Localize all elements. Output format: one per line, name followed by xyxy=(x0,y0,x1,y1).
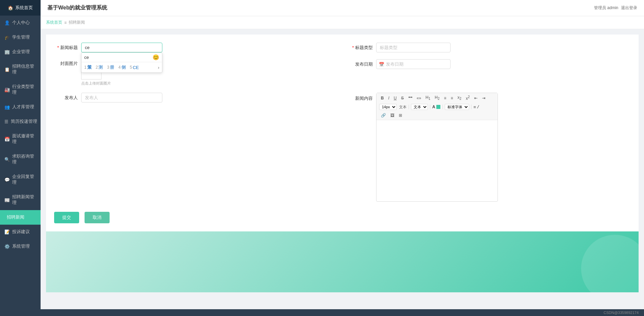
ime-emoji: 😊 xyxy=(153,54,159,61)
sidebar-item-interview[interactable]: 📅面试邀请管理 xyxy=(0,129,41,149)
form-group-news-content: 新闻内容 B I U S ❝❝ «» H1 H2 xyxy=(349,93,630,202)
toolbar-italic[interactable]: I xyxy=(387,95,391,101)
toolbar-ol[interactable]: ≡ xyxy=(442,95,448,101)
sidebar-icon-recruit-info: 📋 xyxy=(4,67,10,72)
form-container: 新闻标题 ce 😊 1 策 xyxy=(46,35,639,231)
sidebar-label-interview: 面试邀请管理 xyxy=(12,133,37,145)
sidebar-item-student[interactable]: 🎓学生管理 xyxy=(0,30,41,45)
sidebar-icon-resume: ☰ xyxy=(4,119,8,124)
sidebar-item-talent[interactable]: 👥人才库管理 xyxy=(0,100,41,114)
toolbar-subscript[interactable]: x2 xyxy=(456,94,463,101)
cover-image-label: 封面图片 xyxy=(54,59,78,67)
toolbar-sep-1 xyxy=(409,105,409,109)
admin-text: 管理员 admin xyxy=(594,5,618,11)
calendar-icon: 📅 xyxy=(379,62,384,67)
toolbar-h1[interactable]: H1 xyxy=(424,94,432,101)
sidebar-icon-interview: 📅 xyxy=(4,137,10,142)
sidebar-icon-student: 🎓 xyxy=(4,35,10,40)
toolbar-row-3: 🔗 🖼 ⊞ xyxy=(379,112,404,118)
sidebar-icon-reply: 💬 xyxy=(4,177,10,182)
sidebar-icon-personal: 👤 xyxy=(4,20,10,25)
toolbar-underline[interactable]: U xyxy=(392,95,398,101)
toolbar-strikethrough[interactable]: S xyxy=(399,95,406,101)
toolbar-link[interactable]: 🔗 xyxy=(379,112,388,118)
toolbar-ul[interactable]: ≡ xyxy=(449,95,455,101)
image-upload-hint: 点击上传封面图片 xyxy=(81,81,111,86)
publish-date-input[interactable] xyxy=(376,59,451,69)
form-group-publish-date: 发布日期 📅 xyxy=(349,59,630,69)
sidebar-item-recruit-info[interactable]: 📋招聘信息管理 xyxy=(0,59,41,80)
cancel-button[interactable]: 取消 xyxy=(85,212,110,223)
text-type-select[interactable]: 文本 xyxy=(411,104,428,110)
sidebar-item-news-active[interactable]: 招聘新闻 xyxy=(0,210,41,225)
form-group-news-title: 新闻标题 ce 😊 1 策 xyxy=(54,43,336,52)
sidebar-item-jobquery[interactable]: 🔍求职咨询管理 xyxy=(0,149,41,170)
sidebar-label-feedback: 投诉建议 xyxy=(12,229,30,235)
ime-candidate-4[interactable]: 4 侧 xyxy=(118,64,126,70)
news-title-input[interactable] xyxy=(81,43,162,52)
content-area: 新闻标题 ce 😊 1 策 xyxy=(41,29,644,309)
toolbar-row-1: B I U S ❝❝ «» H1 H2 ≡ ≡ x2 xyxy=(379,94,487,101)
bottom-decoration xyxy=(46,231,639,292)
breadcrumb-home[interactable]: 系统首页 xyxy=(46,20,62,25)
ime-candidate-3[interactable]: 3 册 xyxy=(107,64,114,70)
sidebar-logo[interactable]: 🏠 系统首页 xyxy=(0,0,41,16)
sidebar-icon-industry: 🏭 xyxy=(4,87,10,92)
news-content-label: 新闻内容 xyxy=(349,93,373,101)
sidebar-item-personal[interactable]: 👤个人中心 xyxy=(0,16,41,30)
sidebar-item-resume[interactable]: ☰简历投递管理 xyxy=(0,114,41,129)
form-group-publisher: 发布人 xyxy=(54,93,336,103)
toolbar-superscript[interactable]: x2 xyxy=(464,94,472,101)
logout-link[interactable]: 退出登录 xyxy=(621,5,637,11)
sidebar-item-sysmanage[interactable]: ⚙️系统管理 xyxy=(0,239,41,254)
sidebar-item-company[interactable]: 🏢企业管理 xyxy=(0,45,41,59)
sidebar-label-jobquery: 求职咨询管理 xyxy=(12,154,37,165)
toolbar-indent-left[interactable]: ⇤ xyxy=(473,95,479,101)
sidebar-item-recruit-news[interactable]: 📰招聘新闻管理 xyxy=(0,190,41,210)
submit-button[interactable]: 提交 xyxy=(54,212,79,223)
sidebar-label-sysmanage: 系统管理 xyxy=(12,244,30,249)
home-icon: 🏠 xyxy=(8,5,13,10)
header-type-input[interactable] xyxy=(376,43,451,52)
toolbar-blockquote[interactable]: ❝❝ xyxy=(407,95,414,101)
editor-body[interactable] xyxy=(376,120,498,201)
ime-wrapper: ce 😊 1 策 2 测 xyxy=(81,43,162,52)
font-size-select[interactable]: 14px 12px 16px 18px 24px xyxy=(379,104,397,110)
publish-date-label: 发布日期 xyxy=(349,61,373,67)
ime-more-button[interactable]: › xyxy=(158,65,159,70)
sidebar-label-talent: 人才库管理 xyxy=(12,104,34,110)
sidebar-item-feedback[interactable]: 📝投诉建议 xyxy=(0,225,41,239)
sidebar-icon-talent: 👥 xyxy=(4,105,10,110)
ime-candidate-2[interactable]: 2 测 xyxy=(96,64,103,70)
font-family-select[interactable]: 标准字体 xyxy=(445,104,469,110)
ime-candidates: 1 策 2 测 3 册 xyxy=(82,62,162,72)
sidebar-label-reply: 企业回复管理 xyxy=(12,174,37,185)
toolbar-bold[interactable]: B xyxy=(379,95,386,101)
sidebar-label-recruit-info: 招聘信息管理 xyxy=(12,64,37,75)
header-title: 基于Web的就业管理系统 xyxy=(47,4,107,12)
sidebar-label-resume: 简历投递管理 xyxy=(11,119,37,125)
footer-text: CSDN@3359892174 xyxy=(603,311,639,315)
publisher-input[interactable] xyxy=(81,93,162,103)
toolbar-image[interactable]: 🖼 xyxy=(389,112,396,118)
sidebar-label-news-active: 招聘新闻 xyxy=(7,215,24,220)
toolbar-code[interactable]: «» xyxy=(415,95,423,101)
rich-text-editor: B I U S ❝❝ «» H1 H2 ≡ ≡ x2 xyxy=(376,93,498,202)
sidebar-item-reply[interactable]: 💬企业回复管理 xyxy=(0,170,41,190)
sidebar-item-industry[interactable]: 🏭行业类型管理 xyxy=(0,80,41,100)
toolbar-indent-right[interactable]: ⇥ xyxy=(480,95,487,101)
font-size-label: 文本 xyxy=(399,105,407,110)
sidebar-label-recruit-news: 招聘新闻管理 xyxy=(12,194,37,206)
date-input-wrapper: 📅 xyxy=(376,59,451,69)
toolbar-table[interactable]: ⊞ xyxy=(397,112,404,118)
ime-candidate-1[interactable]: 1 策 xyxy=(84,64,92,70)
form-row-1: 新闻标题 ce 😊 1 策 xyxy=(54,43,630,52)
toolbar-color-picker[interactable] xyxy=(436,105,440,109)
toolbar-h2[interactable]: H2 xyxy=(433,94,441,101)
ime-candidate-5[interactable]: 5 CE xyxy=(130,65,139,70)
sidebar-icon-recruit-news: 📰 xyxy=(4,198,10,203)
header-right: 管理员 admin 退出登录 xyxy=(594,5,637,11)
footer-bar: CSDN@3359892174 xyxy=(41,309,644,316)
breadcrumb: 系统首页 ≡ 招聘新闻 xyxy=(41,16,644,29)
sidebar-icon-jobquery: 🔍 xyxy=(4,157,10,162)
